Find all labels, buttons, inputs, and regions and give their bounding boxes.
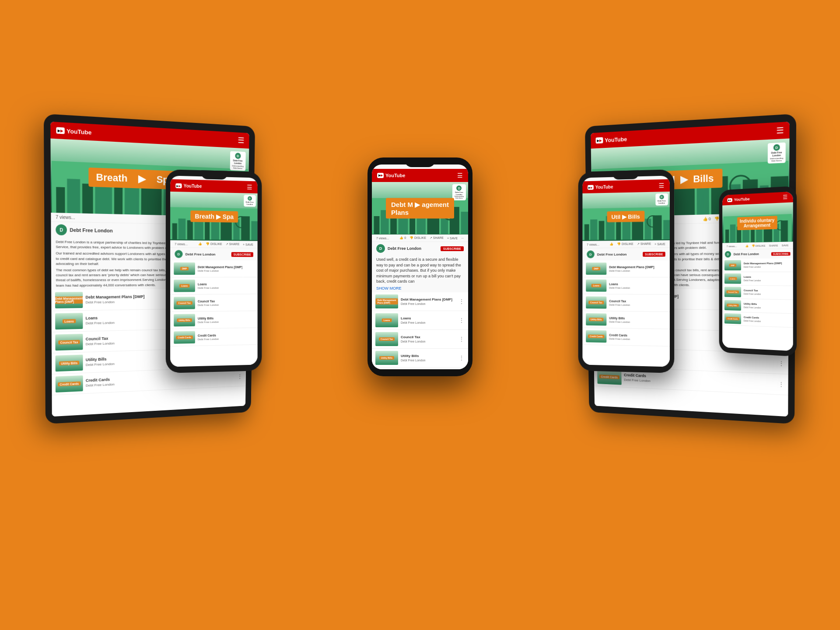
phone-left: ▶ YouTube ☰ <box>166 169 262 373</box>
pc-yt-header: ▶ YouTube ☰ <box>372 169 468 182</box>
pc-show-more[interactable]: SHOW MORE <box>372 286 468 292</box>
pfr-subscribe[interactable]: SUBSCRIBE <box>771 252 790 256</box>
pl-item-dmp-info: Debt Management Plans [DMP] Debt Free Lo… <box>198 265 254 272</box>
pc-item-loans[interactable]: Loans Loans Debt Free London ⋮ <box>372 311 468 330</box>
pc-save[interactable]: + SAVE <box>447 237 458 240</box>
hamburger-menu[interactable]: ☰ <box>238 136 244 146</box>
pfr-ch-council: Debt Free London <box>744 292 791 296</box>
pl-yt-logo: ▶ YouTube <box>175 183 202 188</box>
svg-rect-2 <box>67 179 80 214</box>
pc-item-utility[interactable]: Utility Bills Utility Bills Debt Free Lo… <box>372 349 468 368</box>
pr-dislike[interactable]: 👎 DISLIKE <box>617 242 634 246</box>
pr-item-utility[interactable]: Utility Bills Utility Bills Debt Free Lo… <box>582 311 670 329</box>
pl-dislike[interactable]: 👎 DISLIKE <box>206 242 222 246</box>
pr-channel-row: D Debt Free London SUBSCRIBE <box>582 248 670 260</box>
tr-more-utility[interactable]: ⋮ <box>778 360 785 367</box>
pl-channel-row: D Debt Free London SUBSCRIBE <box>170 248 258 260</box>
pfr-item-loans[interactable]: Loans Loans Debt Free London <box>722 272 793 286</box>
pl-item-credit-info: Credit Cards Debt Free London <box>198 333 254 340</box>
pc-thumbnail[interactable]: D Debt FreeLondon UnderstandingDebt Seri… <box>372 182 468 234</box>
pl-thumbnail[interactable]: D Debt FreeLondon Breath ▶ Spa <box>170 192 258 241</box>
playlist-thumb-council: Council Tax <box>55 334 83 350</box>
pfr-item-council[interactable]: Council Tax Council Tax Debt Free London <box>722 285 793 300</box>
pl-item-dmp[interactable]: DMP Debt Management Plans [DMP] Debt Fre… <box>170 260 258 277</box>
playlist-more-credit[interactable]: ⋮ <box>237 373 243 380</box>
pc-hamburger[interactable]: ☰ <box>457 172 463 179</box>
pr-info-council: Council Tax Debt Free London <box>609 299 666 306</box>
pc-item-dmp[interactable]: Debt ManagementPlans [DMP] Debt Manageme… <box>372 292 468 311</box>
pr-item-dmp[interactable]: DMP Debt Management Plans [DMP] Debt Fre… <box>582 260 670 277</box>
pl-title-overlay: Breath ▶ Spa <box>190 210 238 223</box>
pr-subscribe[interactable]: SUBSCRIBE <box>643 252 665 256</box>
pl-views: 7 views... <box>175 242 188 245</box>
pfr-share[interactable]: SHARE <box>769 244 778 247</box>
pr-thumbs[interactable]: 👍 <box>609 242 613 246</box>
tr-more-credit[interactable]: ⋮ <box>778 381 784 388</box>
pc-thumbs[interactable]: 👍 0 <box>399 236 406 240</box>
pr-info-dmp: Debt Management Plans [DMP] Debt Free Lo… <box>609 265 666 272</box>
pl-subscribe[interactable]: SUBSCRIBE <box>231 252 253 257</box>
pr-yt-header: ▶ YouTube ☰ <box>582 179 670 194</box>
playlist-info-credit: Credit Cards Debt Free London <box>86 372 235 388</box>
pr-ch-council: Debt Free London <box>609 303 666 306</box>
pl-item-utility[interactable]: Utility Bills Utility Bills Debt Free Lo… <box>170 311 258 329</box>
pr-hamburger[interactable]: ☰ <box>658 182 664 189</box>
pr-thumbnail[interactable]: D Debt FreeLondon Util ▶ Bills <box>582 192 670 241</box>
pfr-info-loans: Loans Debt Free London <box>744 276 791 282</box>
pr-item-council[interactable]: Council Tax Council Tax Debt Free London <box>582 294 670 312</box>
tr-info-credit: Credit Cards Debt Free London <box>624 373 775 388</box>
pfr-title-overlay: Individu oluntaryArrangement <box>737 216 777 230</box>
pl-share[interactable]: ↗ SHARE <box>226 242 240 246</box>
pc-item-credit[interactable]: Credit Cards Credit Cards Debt Free Lond… <box>372 368 468 369</box>
pc-more-council[interactable]: ⋮ <box>458 336 465 343</box>
pfr-save[interactable]: SAVE <box>782 244 789 246</box>
pr-stats: 7 views... 👍 👎 DISLIKE ↗ SHARE + SAVE <box>582 240 670 248</box>
breath-text: Breath <box>89 168 135 188</box>
pl-item-credit-thumb: Credit Cards <box>174 331 195 344</box>
pc-thumb-loans: Loans <box>375 313 398 327</box>
pc-thumb-dmp: Debt ManagementPlans [DMP] <box>375 294 398 308</box>
tablet-right-yt-logo-text: YouTube <box>605 136 627 144</box>
tablet-right-thumbs[interactable]: 👍 0 <box>703 217 711 221</box>
pr-thumb-credit: Credit Cards <box>586 330 606 343</box>
pl-item-credit[interactable]: Credit Cards Credit Cards Debt Free Lond… <box>170 328 258 346</box>
pl-avatar: D <box>175 250 182 258</box>
pc-more-loans[interactable]: ⋮ <box>458 317 465 324</box>
pfr-thumbs[interactable]: 👍 <box>746 244 749 247</box>
pc-info-dmp: Debt Management Plans [DMP] Debt Free Lo… <box>401 298 456 305</box>
pfr-dislike[interactable]: 👎 DISLIKE <box>752 244 765 248</box>
phone-center: ▶ YouTube ☰ <box>368 158 472 376</box>
pc-share[interactable]: ↗ SHARE <box>430 236 444 240</box>
pfr-item-utility[interactable]: Utility Bills Utility Bills Debt Free Lo… <box>722 299 793 314</box>
pfr-thumbnail[interactable]: Individu oluntaryArrangement <box>722 202 793 243</box>
pc-more-utility[interactable]: ⋮ <box>458 354 465 361</box>
pfr-info-utility: Utility Bills Debt Free London <box>744 302 791 309</box>
pc-subscribe[interactable]: SUBSCRIBE <box>441 246 464 251</box>
pl-item-council-thumb: Council Tax <box>174 297 195 309</box>
svg-rect-5 <box>114 187 122 214</box>
scene: ▶ YouTube ☰ <box>0 0 840 630</box>
pl-channel-info: D Debt Free London <box>175 250 215 258</box>
tablet-right-hamburger[interactable]: ☰ <box>776 125 784 136</box>
pl-item-council[interactable]: Council Tax Council Tax Debt Free London <box>170 294 258 312</box>
pl-item-loans[interactable]: Loans Loans Debt Free London <box>170 277 258 295</box>
pfr-item-dmp[interactable]: DMP Debt Management Plans [DMP] Debt Fre… <box>722 258 793 272</box>
pc-more[interactable]: ··· <box>461 237 464 240</box>
pl-save[interactable]: + SAVE <box>243 243 253 246</box>
pc-dislike[interactable]: 👎 DISLIKE <box>410 236 426 240</box>
pfr-item-credit[interactable]: Credit Cards Credit Cards Debt Free Lond… <box>722 312 793 328</box>
pc-item-council[interactable]: Council Tax Council Tax Debt Free London… <box>372 330 468 349</box>
pr-item-loans[interactable]: Loans Loans Debt Free London <box>582 277 670 295</box>
pr-share[interactable]: ↗ SHARE <box>637 242 651 246</box>
pl-thumbs[interactable]: 👍 <box>198 242 202 246</box>
pr-save[interactable]: + SAVE <box>654 242 665 245</box>
svg-rect-68 <box>730 224 736 243</box>
pl-hamburger[interactable]: ☰ <box>247 184 252 191</box>
pfr-hamburger[interactable]: ☰ <box>783 194 788 200</box>
pc-stats: 7 views... 👍 0 👎 DISLIKE ↗ SHARE + SAVE … <box>372 234 468 242</box>
pc-desc-text: Used well, a credit card is a secure and… <box>376 257 461 284</box>
pr-item-credit[interactable]: Credit Cards Credit Cards Debt Free Lond… <box>582 328 670 346</box>
svg-rect-43 <box>374 216 380 234</box>
pc-more-dmp[interactable]: ⋮ <box>458 298 465 305</box>
pfr-channel-info: D Debt Free London <box>725 251 759 258</box>
